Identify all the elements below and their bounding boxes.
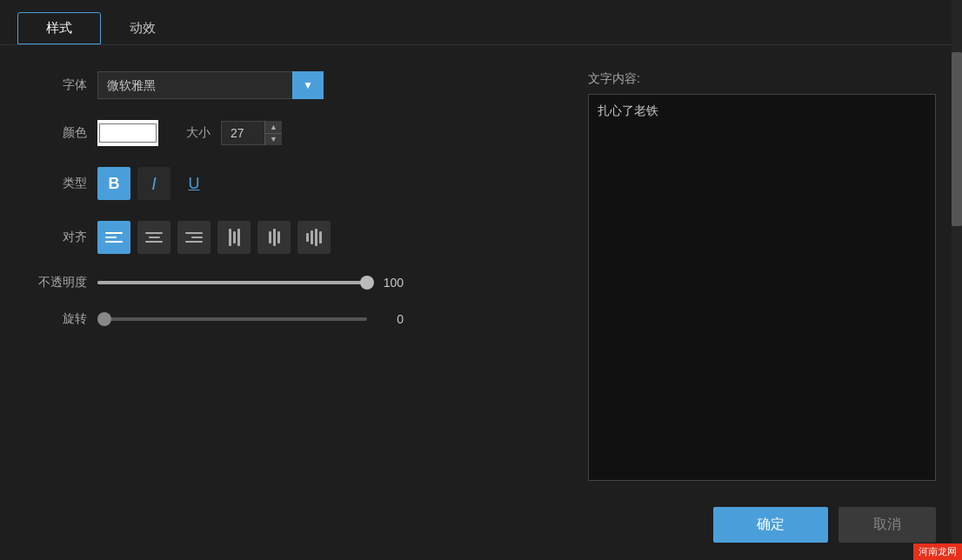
align-buttons (97, 221, 331, 254)
column1-button[interactable] (217, 221, 251, 254)
align-left-icon (105, 232, 123, 243)
align-center-button[interactable] (137, 221, 170, 254)
column3-button[interactable] (297, 221, 331, 254)
tab-style[interactable]: 样式 (17, 12, 101, 44)
spin-up-button[interactable]: ▲ (264, 121, 282, 134)
color-label: 颜色 (26, 125, 87, 141)
type-label: 类型 (26, 176, 87, 191)
right-panel: 文字内容: 扎心了老铁 (588, 71, 936, 481)
spin-down-button[interactable]: ▼ (264, 134, 282, 146)
text-content-label: 文字内容: (588, 71, 936, 87)
tab-animation[interactable]: 动效 (101, 12, 184, 44)
color-picker[interactable] (97, 120, 158, 146)
align-row: 对齐 (26, 221, 571, 254)
column2-icon (269, 229, 280, 246)
opacity-label: 不透明度 (26, 275, 87, 290)
column3-icon (306, 229, 322, 246)
type-row: 类型 B I U (26, 167, 571, 200)
font-select[interactable]: 微软雅黑 宋体 黑体 楷体 仿宋 (97, 71, 324, 99)
rotation-value: 0 (377, 312, 404, 326)
rotation-row: 旋转 0 (26, 311, 571, 327)
confirm-button[interactable]: 确定 (713, 507, 828, 543)
italic-button[interactable]: I (137, 167, 170, 200)
opacity-value: 100 (377, 276, 404, 290)
align-center-icon (145, 232, 163, 243)
watermark: 河南龙网 (913, 543, 962, 560)
size-label: 大小 (186, 125, 210, 141)
color-size-row: 颜色 大小 ▲ ▼ (26, 120, 571, 146)
size-input-wrapper: ▲ ▼ (221, 121, 282, 145)
spin-arrows: ▲ ▼ (264, 121, 282, 145)
column2-button[interactable] (257, 221, 291, 254)
main-container: 样式 动效 字体 微软雅黑 宋体 黑体 楷体 仿宋 (0, 0, 962, 560)
rotation-label: 旋转 (26, 311, 87, 327)
opacity-fill (97, 281, 367, 284)
opacity-slider[interactable] (97, 281, 367, 284)
column1-icon (229, 229, 240, 246)
align-label: 对齐 (26, 230, 87, 245)
rotation-slider[interactable] (97, 317, 367, 321)
rotation-thumb[interactable] (97, 312, 111, 326)
bold-button[interactable]: B (97, 167, 130, 200)
opacity-row: 不透明度 100 (26, 275, 571, 290)
align-right-button[interactable] (177, 221, 210, 254)
cancel-button[interactable]: 取消 (838, 507, 936, 543)
align-right-icon (185, 232, 203, 243)
font-select-wrapper: 微软雅黑 宋体 黑体 楷体 仿宋 (97, 71, 324, 99)
tabs-bar: 样式 动效 (0, 0, 962, 45)
font-row: 字体 微软雅黑 宋体 黑体 楷体 仿宋 (26, 71, 571, 99)
content-area: 字体 微软雅黑 宋体 黑体 楷体 仿宋 颜色 大小 (0, 45, 962, 498)
left-panel: 字体 微软雅黑 宋体 黑体 楷体 仿宋 颜色 大小 (26, 71, 571, 481)
bottom-bar: 确定 取消 (0, 498, 962, 560)
type-buttons: B I U (97, 167, 210, 200)
scrollbar-track[interactable] (952, 0, 962, 560)
font-label: 字体 (26, 77, 87, 93)
align-left-button[interactable] (97, 221, 130, 254)
underline-button[interactable]: U (177, 167, 210, 200)
text-content-textarea[interactable]: 扎心了老铁 (588, 94, 936, 481)
opacity-thumb[interactable] (360, 276, 374, 290)
scrollbar-thumb[interactable] (952, 52, 962, 226)
